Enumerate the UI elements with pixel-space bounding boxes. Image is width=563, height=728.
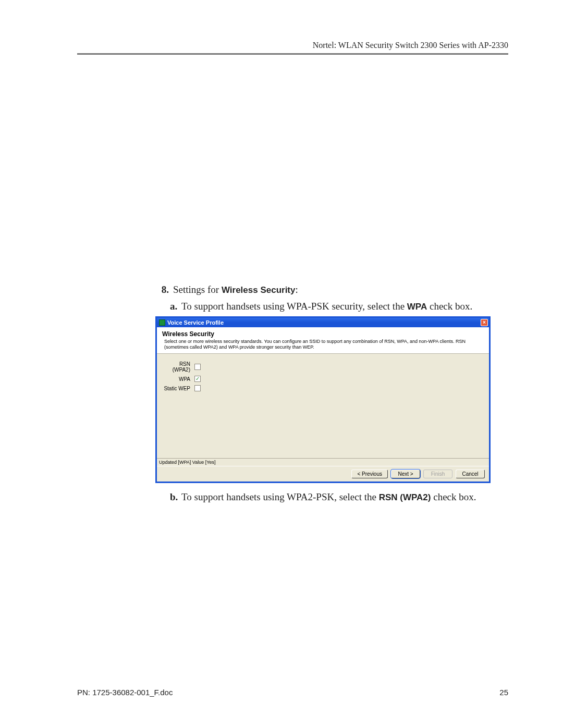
finish-button: Finish bbox=[423, 470, 452, 478]
option-wpa: WPA bbox=[162, 376, 484, 382]
status-strip: Updated [WPA] Value [Yes] bbox=[157, 458, 489, 466]
step-text-post: : bbox=[295, 284, 298, 295]
option-label-wep: Static WEP bbox=[162, 386, 194, 391]
sub-a-pre: To support handsets using WPA-PSK securi… bbox=[181, 301, 407, 312]
step-text: Settings for Wireless Security: bbox=[169, 284, 298, 295]
sub-b-bold: RSN (WPA2) bbox=[379, 492, 431, 502]
footer-part-number: PN: 1725-36082-001_F.doc bbox=[77, 688, 173, 697]
header-rule bbox=[77, 53, 508, 55]
close-icon[interactable]: × bbox=[481, 319, 488, 326]
checkbox-static-wep[interactable] bbox=[194, 385, 201, 391]
sub-a-letter: a. bbox=[170, 300, 181, 313]
dialog-wrapper: Voice Service Profile × Wireless Securit… bbox=[78, 316, 508, 484]
dialog-titlebar: Voice Service Profile × bbox=[157, 318, 489, 327]
body-content: 8. Settings for Wireless Security: a. To… bbox=[77, 284, 508, 504]
step-text-bold: Wireless Security bbox=[222, 285, 296, 295]
option-static-wep: Static WEP bbox=[162, 385, 484, 391]
next-button[interactable]: Next > bbox=[391, 470, 420, 478]
option-label-wpa: WPA bbox=[162, 376, 194, 382]
app-icon bbox=[159, 319, 165, 326]
header-product-name: Nortel: WLAN Security Switch 2300 Series… bbox=[77, 41, 508, 50]
cancel-button[interactable]: Cancel bbox=[456, 470, 485, 478]
option-rsn-wpa2: RSN (WPA2) bbox=[162, 361, 484, 373]
sub-a-bold: WPA bbox=[407, 302, 427, 312]
step-number: 8. bbox=[155, 284, 169, 295]
section-description: Select one or more wireless security sta… bbox=[157, 339, 489, 354]
sub-step-a: a. To support handsets using WPA-PSK sec… bbox=[155, 300, 508, 313]
footer-page-number: 25 bbox=[499, 688, 508, 697]
page-footer: PN: 1725-36082-001_F.doc 25 bbox=[77, 688, 508, 697]
dialog-title: Voice Service Profile bbox=[167, 319, 481, 326]
previous-button[interactable]: < Previous bbox=[351, 470, 388, 478]
sub-b-letter: b. bbox=[170, 490, 181, 504]
checkbox-rsn-wpa2[interactable] bbox=[194, 364, 201, 370]
step-text-pre: Settings for bbox=[173, 284, 222, 295]
sub-b-pre: To support handsets using WPA2-PSK, sele… bbox=[181, 491, 379, 502]
sub-a-post: check box. bbox=[427, 301, 472, 312]
sub-step-b: b. To support handsets using WPA2-PSK, s… bbox=[155, 490, 508, 504]
step-8: 8. Settings for Wireless Security: bbox=[155, 284, 508, 295]
dialog-button-bar: < Previous Next > Finish Cancel bbox=[157, 466, 489, 482]
checkbox-wpa[interactable] bbox=[194, 376, 201, 382]
voice-service-profile-dialog: Voice Service Profile × Wireless Securit… bbox=[155, 316, 491, 484]
sub-b-body: To support handsets using WPA2-PSK, sele… bbox=[181, 490, 508, 504]
document-page: Nortel: WLAN Security Switch 2300 Series… bbox=[0, 0, 563, 728]
option-label-rsn: RSN (WPA2) bbox=[162, 361, 194, 373]
options-panel: RSN (WPA2) WPA Static WEP bbox=[157, 354, 489, 458]
sub-a-body: To support handsets using WPA-PSK securi… bbox=[181, 300, 508, 313]
section-heading: Wireless Security bbox=[157, 327, 489, 339]
sub-b-post: check box. bbox=[431, 491, 476, 502]
